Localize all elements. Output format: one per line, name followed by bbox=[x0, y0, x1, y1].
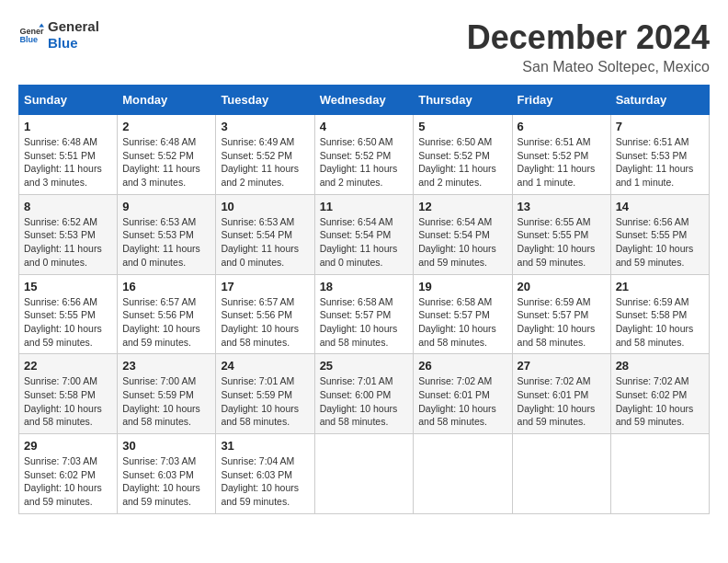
day-number: 7 bbox=[616, 120, 704, 133]
calendar-cell: 14Sunrise: 6:56 AMSunset: 5:55 PMDayligh… bbox=[610, 194, 709, 274]
day-detail: Sunrise: 6:48 AMSunset: 5:51 PMDaylight:… bbox=[24, 135, 112, 190]
day-detail: Sunrise: 7:03 AMSunset: 6:03 PMDaylight:… bbox=[122, 454, 210, 509]
calendar-week-row: 1Sunrise: 6:48 AMSunset: 5:51 PMDaylight… bbox=[19, 115, 710, 195]
calendar-cell: 12Sunrise: 6:54 AMSunset: 5:54 PMDayligh… bbox=[414, 194, 512, 274]
calendar-cell: 8Sunrise: 6:52 AMSunset: 5:53 PMDaylight… bbox=[19, 194, 118, 274]
day-detail: Sunrise: 6:55 AMSunset: 5:55 PMDaylight:… bbox=[518, 215, 606, 270]
day-number: 2 bbox=[122, 120, 210, 133]
calendar-cell: 25Sunrise: 7:01 AMSunset: 6:00 PMDayligh… bbox=[314, 354, 414, 434]
calendar-week-row: 15Sunrise: 6:56 AMSunset: 5:55 PMDayligh… bbox=[19, 274, 710, 354]
day-number: 17 bbox=[221, 280, 309, 293]
day-number: 18 bbox=[320, 280, 409, 293]
calendar-week-row: 29Sunrise: 7:03 AMSunset: 6:02 PMDayligh… bbox=[19, 434, 710, 514]
calendar-cell: 19Sunrise: 6:58 AMSunset: 5:57 PMDayligh… bbox=[414, 274, 512, 354]
calendar-title: December 2024 bbox=[467, 18, 710, 57]
day-detail: Sunrise: 7:04 AMSunset: 6:03 PMDaylight:… bbox=[221, 454, 309, 509]
day-number: 26 bbox=[418, 359, 506, 373]
day-number: 5 bbox=[418, 120, 506, 133]
day-number: 6 bbox=[518, 120, 606, 133]
header-saturday: Saturday bbox=[610, 86, 709, 115]
svg-text:General: General bbox=[19, 27, 44, 36]
day-number: 23 bbox=[122, 359, 210, 373]
day-detail: Sunrise: 7:01 AMSunset: 6:00 PMDaylight:… bbox=[320, 374, 409, 429]
day-detail: Sunrise: 6:51 AMSunset: 5:53 PMDaylight:… bbox=[616, 135, 704, 190]
logo-text-line2: Blue bbox=[48, 35, 99, 52]
day-detail: Sunrise: 7:02 AMSunset: 6:01 PMDaylight:… bbox=[418, 374, 506, 429]
header-sunday: Sunday bbox=[19, 86, 118, 115]
calendar-cell: 13Sunrise: 6:55 AMSunset: 5:55 PMDayligh… bbox=[512, 194, 610, 274]
calendar-cell: 1Sunrise: 6:48 AMSunset: 5:51 PMDaylight… bbox=[19, 115, 118, 195]
calendar-cell: 11Sunrise: 6:54 AMSunset: 5:54 PMDayligh… bbox=[314, 194, 414, 274]
day-detail: Sunrise: 6:53 AMSunset: 5:54 PMDaylight:… bbox=[221, 215, 309, 270]
day-detail: Sunrise: 6:58 AMSunset: 5:57 PMDaylight:… bbox=[320, 295, 409, 350]
logo-icon: General Blue bbox=[18, 22, 44, 48]
day-detail: Sunrise: 6:54 AMSunset: 5:54 PMDaylight:… bbox=[418, 215, 506, 270]
calendar-cell: 3Sunrise: 6:49 AMSunset: 5:52 PMDaylight… bbox=[216, 115, 314, 195]
day-number: 9 bbox=[122, 200, 210, 213]
day-number: 30 bbox=[122, 439, 210, 453]
calendar-cell: 28Sunrise: 7:02 AMSunset: 6:02 PMDayligh… bbox=[610, 354, 709, 434]
calendar-cell: 6Sunrise: 6:51 AMSunset: 5:52 PMDaylight… bbox=[512, 115, 610, 195]
calendar-cell bbox=[610, 434, 709, 514]
day-detail: Sunrise: 6:50 AMSunset: 5:52 PMDaylight:… bbox=[320, 135, 409, 190]
day-detail: Sunrise: 7:00 AMSunset: 5:58 PMDaylight:… bbox=[24, 374, 112, 429]
calendar-cell: 15Sunrise: 6:56 AMSunset: 5:55 PMDayligh… bbox=[19, 274, 118, 354]
day-number: 21 bbox=[616, 280, 704, 293]
calendar-cell: 23Sunrise: 7:00 AMSunset: 5:59 PMDayligh… bbox=[118, 354, 216, 434]
day-number: 13 bbox=[518, 200, 606, 213]
day-number: 15 bbox=[24, 280, 112, 293]
day-number: 11 bbox=[320, 200, 409, 213]
calendar-cell bbox=[512, 434, 610, 514]
calendar-subtitle: San Mateo Soltepec, Mexico bbox=[467, 59, 710, 75]
day-detail: Sunrise: 6:53 AMSunset: 5:53 PMDaylight:… bbox=[122, 215, 210, 270]
header-tuesday: Tuesday bbox=[216, 86, 314, 115]
title-section: December 2024 San Mateo Soltepec, Mexico bbox=[467, 18, 710, 75]
day-number: 1 bbox=[24, 120, 112, 133]
calendar-table: Sunday Monday Tuesday Wednesday Thursday… bbox=[18, 85, 710, 514]
day-detail: Sunrise: 6:48 AMSunset: 5:52 PMDaylight:… bbox=[122, 135, 210, 190]
weekday-header-row: Sunday Monday Tuesday Wednesday Thursday… bbox=[19, 86, 710, 115]
day-number: 14 bbox=[616, 200, 704, 213]
day-detail: Sunrise: 6:58 AMSunset: 5:57 PMDaylight:… bbox=[418, 295, 506, 350]
calendar-cell: 5Sunrise: 6:50 AMSunset: 5:52 PMDaylight… bbox=[414, 115, 512, 195]
day-number: 24 bbox=[221, 359, 309, 373]
calendar-cell: 2Sunrise: 6:48 AMSunset: 5:52 PMDaylight… bbox=[118, 115, 216, 195]
calendar-cell: 16Sunrise: 6:57 AMSunset: 5:56 PMDayligh… bbox=[118, 274, 216, 354]
calendar-cell: 26Sunrise: 7:02 AMSunset: 6:01 PMDayligh… bbox=[414, 354, 512, 434]
day-detail: Sunrise: 7:02 AMSunset: 6:01 PMDaylight:… bbox=[518, 374, 606, 429]
day-number: 31 bbox=[221, 439, 309, 453]
calendar-cell: 30Sunrise: 7:03 AMSunset: 6:03 PMDayligh… bbox=[118, 434, 216, 514]
logo: General Blue General Blue bbox=[18, 18, 99, 52]
day-number: 12 bbox=[418, 200, 506, 213]
day-number: 19 bbox=[418, 280, 506, 293]
day-number: 10 bbox=[221, 200, 309, 213]
day-detail: Sunrise: 6:59 AMSunset: 5:58 PMDaylight:… bbox=[616, 295, 704, 350]
calendar-cell: 17Sunrise: 6:57 AMSunset: 5:56 PMDayligh… bbox=[216, 274, 314, 354]
day-number: 29 bbox=[24, 439, 112, 453]
calendar-cell: 20Sunrise: 6:59 AMSunset: 5:57 PMDayligh… bbox=[512, 274, 610, 354]
day-detail: Sunrise: 6:54 AMSunset: 5:54 PMDaylight:… bbox=[320, 215, 409, 270]
day-number: 27 bbox=[518, 359, 606, 373]
day-detail: Sunrise: 6:49 AMSunset: 5:52 PMDaylight:… bbox=[221, 135, 309, 190]
calendar-cell bbox=[314, 434, 414, 514]
calendar-cell: 9Sunrise: 6:53 AMSunset: 5:53 PMDaylight… bbox=[118, 194, 216, 274]
calendar-cell: 21Sunrise: 6:59 AMSunset: 5:58 PMDayligh… bbox=[610, 274, 709, 354]
calendar-cell: 7Sunrise: 6:51 AMSunset: 5:53 PMDaylight… bbox=[610, 115, 709, 195]
calendar-cell: 24Sunrise: 7:01 AMSunset: 5:59 PMDayligh… bbox=[216, 354, 314, 434]
logo-text-line1: General bbox=[48, 18, 99, 35]
day-number: 4 bbox=[320, 120, 409, 133]
day-detail: Sunrise: 6:57 AMSunset: 5:56 PMDaylight:… bbox=[221, 295, 309, 350]
day-number: 16 bbox=[122, 280, 210, 293]
day-number: 3 bbox=[221, 120, 309, 133]
header-thursday: Thursday bbox=[414, 86, 512, 115]
calendar-cell: 29Sunrise: 7:03 AMSunset: 6:02 PMDayligh… bbox=[19, 434, 118, 514]
day-detail: Sunrise: 6:56 AMSunset: 5:55 PMDaylight:… bbox=[616, 215, 704, 270]
day-number: 25 bbox=[320, 359, 409, 373]
calendar-cell: 31Sunrise: 7:04 AMSunset: 6:03 PMDayligh… bbox=[216, 434, 314, 514]
calendar-week-row: 22Sunrise: 7:00 AMSunset: 5:58 PMDayligh… bbox=[19, 354, 710, 434]
day-number: 28 bbox=[616, 359, 704, 373]
day-number: 22 bbox=[24, 359, 112, 373]
day-detail: Sunrise: 7:00 AMSunset: 5:59 PMDaylight:… bbox=[122, 374, 210, 429]
day-detail: Sunrise: 6:56 AMSunset: 5:55 PMDaylight:… bbox=[24, 295, 112, 350]
header-monday: Monday bbox=[118, 86, 216, 115]
